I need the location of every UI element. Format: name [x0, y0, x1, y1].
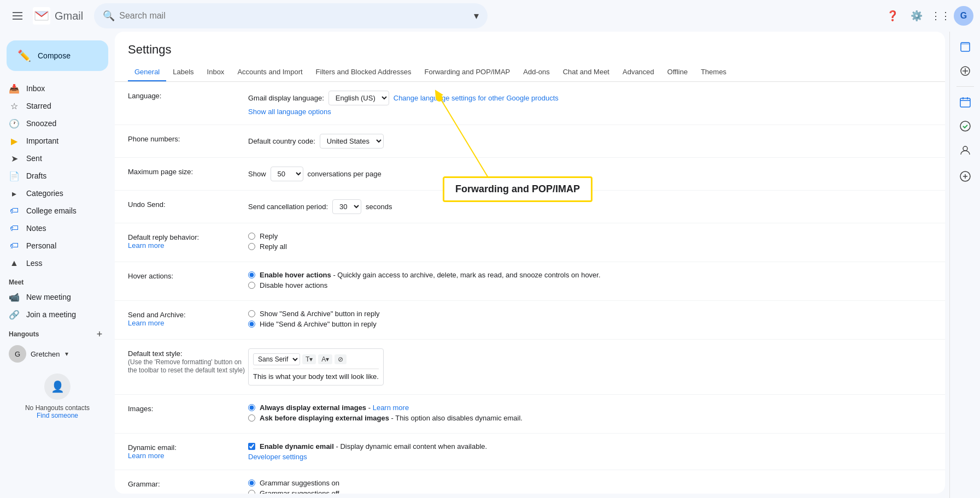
right-panel-tab-2[interactable] [954, 60, 976, 82]
images-learn-more-link[interactable]: Learn more [373, 404, 409, 412]
search-input[interactable] [119, 11, 470, 21]
images-always-radio[interactable] [248, 404, 255, 411]
right-panel-calendar-icon[interactable] [954, 91, 976, 113]
tab-inbox[interactable]: Inbox [201, 63, 231, 81]
sidebar-item-label: New meeting [26, 293, 108, 301]
grammar-control: Grammar suggestions on Grammar suggestio… [248, 479, 932, 494]
hangouts-add-button[interactable]: + [93, 328, 106, 341]
dynamic-email-checkbox[interactable] [248, 443, 255, 450]
text-size-button[interactable]: T▾ [302, 354, 316, 364]
send-archive-hide-radio[interactable] [248, 321, 255, 328]
snoozed-icon: 🕐 [9, 118, 20, 129]
undo-send-control: Send cancellation period: 30 5 10 20 sec… [248, 199, 932, 214]
apps-button[interactable]: ⋮⋮ [930, 5, 952, 27]
tab-advanced[interactable]: Advanced [616, 63, 661, 81]
sidebar-item-sent[interactable]: ➤ Sent [0, 150, 115, 167]
right-panel-add-icon[interactable] [954, 165, 976, 187]
hangouts-dropdown-icon[interactable]: ▾ [65, 350, 68, 358]
hangouts-user-avatar: G [9, 345, 26, 363]
tab-filters[interactable]: Filters and Blocked Addresses [309, 63, 418, 81]
sidebar-item-college-emails[interactable]: 🏷 College emails [0, 202, 115, 220]
tab-addons[interactable]: Add-ons [517, 63, 556, 81]
sidebar-item-drafts[interactable]: 📄 Drafts [0, 167, 115, 185]
compose-button[interactable]: ✏️ Compose [7, 40, 108, 71]
tab-forwarding[interactable]: Forwarding and POP/IMAP [418, 63, 517, 81]
reply-option-reply-all: Reply all [248, 242, 932, 251]
right-panels [949, 32, 980, 498]
images-always-label: Always display external images - Learn m… [260, 404, 409, 412]
sidebar-item-new-meeting[interactable]: 📹 New meeting [0, 288, 115, 306]
country-select[interactable]: United States [320, 134, 384, 149]
font-select[interactable]: Sans Serif [253, 353, 300, 365]
sidebar-item-categories[interactable]: ▸ Categories [0, 185, 115, 202]
send-archive-learn-more[interactable]: Learn more [128, 319, 164, 327]
page-size-select[interactable]: 50 25 100 [271, 167, 303, 181]
reply-radio[interactable] [248, 233, 255, 240]
settings-button[interactable]: ⚙️ [906, 5, 928, 27]
send-archive-show-radio[interactable] [248, 310, 255, 317]
right-panel-tasks-icon[interactable] [954, 115, 976, 137]
sidebar-item-label: Join a meeting [26, 310, 108, 319]
tab-themes[interactable]: Themes [694, 63, 733, 81]
phone-label: Phone numbers: [128, 134, 248, 143]
compose-label: Compose [38, 51, 71, 60]
hover-actions-control: Enable hover actions - Quickly gain acce… [248, 271, 932, 292]
dynamic-email-learn-more[interactable]: Learn more [128, 452, 164, 460]
developer-settings-link[interactable]: Developer settings [248, 453, 307, 461]
sent-icon: ➤ [9, 153, 20, 164]
page-size-suffix: conversations per page [308, 170, 382, 178]
tab-offline[interactable]: Offline [661, 63, 694, 81]
show-all-languages-link[interactable]: Show all language options [248, 108, 331, 116]
topbar-right: ❓ ⚙️ ⋮⋮ G [882, 5, 973, 27]
change-language-link[interactable]: Change language settings for other Googl… [394, 94, 559, 102]
sidebar-item-important[interactable]: ▶ Important [0, 132, 115, 150]
language-control: Gmail display language: English (US) Cha… [248, 91, 932, 116]
no-contacts-text: No Hangouts contacts [25, 404, 90, 412]
search-bar: 🔍 ▾ [94, 3, 488, 28]
text-color-button[interactable]: A▾ [318, 354, 332, 364]
right-panel-tab-1[interactable] [954, 36, 976, 58]
tab-accounts[interactable]: Accounts and Import [231, 63, 309, 81]
sidebar-item-join-meeting[interactable]: 🔗 Join a meeting [0, 306, 115, 323]
link-icon: 🔗 [9, 310, 20, 320]
label-icon: 🏷 [9, 241, 20, 251]
sidebar-item-inbox[interactable]: 📥 Inbox [0, 80, 115, 97]
text-style-sub: (Use the 'Remove formatting' button on t… [128, 358, 245, 374]
dynamic-email-checkbox-label: Enable dynamic email - Display dynamic e… [260, 442, 487, 450]
images-row: Images: Always display external images -… [115, 395, 945, 434]
sidebar-item-less[interactable]: ▲ Less [0, 254, 115, 272]
hover-disable-radio[interactable] [248, 282, 255, 289]
avatar[interactable]: G [954, 6, 973, 26]
hangouts-avatar-large: 👤 [44, 374, 71, 400]
page-size-label: Maximum page size: [128, 167, 248, 176]
label-icon: 🏷 [9, 223, 20, 233]
tab-labels[interactable]: Labels [166, 63, 200, 81]
hover-enable-radio[interactable] [248, 271, 255, 278]
remove-formatting-button[interactable]: ⊘ [335, 354, 347, 364]
tab-chat[interactable]: Chat and Meet [556, 63, 616, 81]
right-panel-contacts-icon[interactable] [954, 139, 976, 161]
language-select[interactable]: English (US) [328, 91, 389, 105]
undo-send-select[interactable]: 30 5 10 20 [332, 199, 361, 214]
hangouts-user-item[interactable]: G Gretchen ▾ [0, 343, 115, 365]
sidebar-item-starred[interactable]: ☆ Starred [0, 97, 115, 115]
hangouts-user-name: Gretchen [31, 350, 60, 358]
images-ask-radio[interactable] [248, 414, 255, 422]
video-icon: 📹 [9, 292, 20, 303]
text-style-row: Default text style: (Use the 'Remove for… [115, 340, 945, 395]
sidebar-item-snoozed[interactable]: 🕐 Snoozed [0, 115, 115, 132]
sidebar-item-notes[interactable]: 🏷 Notes [0, 220, 115, 237]
label-icon: 🏷 [9, 206, 20, 216]
sidebar-item-personal[interactable]: 🏷 Personal [0, 237, 115, 254]
menu-icon[interactable] [7, 5, 28, 27]
find-someone-link[interactable]: Find someone [37, 412, 78, 419]
reply-learn-more-link[interactable]: Learn more [128, 241, 164, 250]
hover-enable-option: Enable hover actions - Quickly gain acce… [248, 271, 932, 279]
svg-rect-0 [13, 12, 22, 13]
grammar-on-radio[interactable] [248, 479, 255, 487]
search-dropdown-icon[interactable]: ▾ [474, 10, 479, 22]
support-button[interactable]: ❓ [882, 5, 903, 27]
reply-all-radio[interactable] [248, 243, 255, 250]
tab-general[interactable]: General [128, 63, 166, 81]
grammar-off-radio[interactable] [248, 490, 255, 494]
